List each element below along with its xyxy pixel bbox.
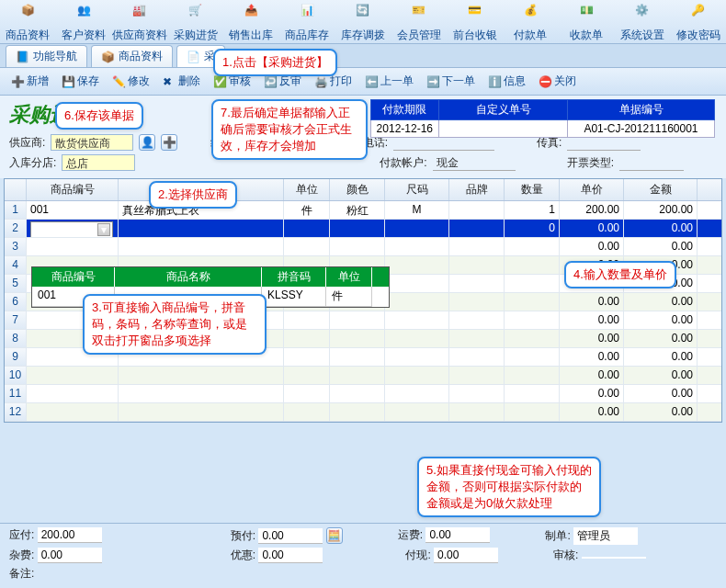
callout-4: 4.输入数量及单价 — [564, 261, 676, 288]
callout-2: 2.选择供应商 — [149, 181, 237, 209]
col-code[interactable]: 商品编号 — [27, 179, 119, 200]
table-row[interactable]: 30.000.00 — [5, 238, 721, 256]
toolbar: ➕新增 💾保存 ✏️修改 ✖删除 ✅审核 ↩️反审 🖨️打印 ⬅️上一单 ➡️下… — [0, 68, 726, 96]
table-row[interactable]: 1001真丝希腊式上衣件粉红M1200.00200.00 — [5, 201, 721, 220]
table-row[interactable]: 120.000.00 — [5, 403, 721, 422]
tab-label: 商品资料 — [119, 49, 163, 64]
col-paylimit: 付款期限 — [370, 100, 438, 120]
menu-icon: 📦 — [17, 4, 39, 26]
header-fields: 付款期限 自定义单号 单据编号 2012-12-16 A01-CJ-201211… — [370, 99, 715, 138]
dd-col-code: 商品编号 — [32, 267, 115, 287]
right-icon: ➡️ — [426, 75, 439, 88]
delete-button[interactable]: ✖删除 — [157, 72, 206, 91]
menu-icon: ⚙️ — [631, 4, 653, 26]
main-menu: 📦商品资料👥客户资料🏭供应商资料🛒采购进货📤销售出库📊商品库存🔄库存调拨🎫会员管… — [0, 0, 726, 44]
col-color[interactable]: 颜色 — [330, 179, 385, 200]
menu-label: 客户资料 — [62, 28, 106, 41]
callout-3: 3.可直接输入商品编号，拼音码，条码，名称等查询，或是双击打开窗品多项选择 — [83, 294, 267, 355]
menu-label: 前台收银 — [453, 28, 497, 41]
due-value[interactable]: 200.00 — [38, 527, 102, 543]
paid-value[interactable]: 0.00 — [434, 548, 498, 563]
freight-label: 运费: — [398, 528, 423, 541]
menu-12[interactable]: 🔑修改密码 — [670, 0, 726, 43]
dd-col-name: 商品名称 — [115, 267, 262, 287]
menu-9[interactable]: 💰付款单 — [503, 0, 559, 43]
invtype-label: 开票类型: — [567, 155, 614, 171]
menu-label: 系统设置 — [620, 28, 664, 41]
callout-7: 7.最后确定单据都输入正确后需要审核才会正式生效，库存才会增加 — [211, 99, 368, 160]
dd-col-py: 拼音码 — [262, 267, 326, 287]
callout-1: 1.点击【采购进货】 — [213, 49, 337, 76]
supplier-picker[interactable]: 👤 — [139, 134, 155, 151]
disc-label: 优惠: — [231, 548, 255, 561]
grid-header: 商品编号 名称 单位 颜色 尺码 品牌 数量 单价 金额 — [5, 179, 721, 201]
menu-icon: 🔄 — [352, 4, 374, 26]
menu-4[interactable]: 📤销售出库 — [223, 0, 279, 43]
menu-label: 付款单 — [514, 28, 547, 41]
save-button[interactable]: 💾保存 — [56, 72, 105, 91]
info-icon: ℹ️ — [488, 75, 501, 88]
menu-10[interactable]: 💵收款单 — [559, 0, 615, 43]
branch-input[interactable]: 总店 — [62, 154, 135, 171]
prepay-value[interactable]: 0.00 — [258, 528, 323, 544]
col-price[interactable]: 单价 — [560, 179, 624, 200]
freight-value[interactable]: 0.00 — [425, 527, 490, 543]
menu-icon: 🏭 — [129, 4, 151, 26]
next-button[interactable]: ➡️下一单 — [421, 72, 481, 91]
val-billno[interactable]: A01-CJ-201211160001 — [568, 120, 715, 138]
unaudit-icon: ↩️ — [264, 75, 277, 88]
due-label: 应付: — [9, 528, 34, 541]
menu-5[interactable]: 📊商品库存 — [279, 0, 335, 43]
menu-11[interactable]: ⚙️系统设置 — [614, 0, 670, 43]
col-unit[interactable]: 单位 — [284, 179, 330, 200]
tab-nav[interactable]: 📘 功能导航 — [6, 45, 87, 67]
new-button[interactable]: ➕新增 — [6, 72, 54, 91]
save-icon: 💾 — [62, 75, 74, 88]
menu-icon: 👥 — [73, 4, 95, 26]
menu-6[interactable]: 🔄库存调拨 — [335, 0, 391, 43]
menu-icon: 💰 — [519, 4, 541, 26]
menu-label: 库存调拨 — [341, 28, 385, 41]
table-row[interactable]: 110.000.00 — [5, 385, 721, 403]
misc-value[interactable]: 0.00 — [38, 548, 102, 563]
col-qty[interactable]: 数量 — [505, 179, 560, 200]
footer: 应付: 200.00 预付: 0.00 🧮 运费: 0.00 制单: 管理员 杂… — [0, 523, 726, 588]
menu-2[interactable]: 🏭供应商资料 — [112, 0, 168, 43]
close-icon: ⛔ — [539, 75, 551, 88]
chevron-down-icon[interactable]: ▾ — [97, 223, 110, 236]
edit-button[interactable]: ✏️修改 — [107, 72, 155, 91]
supplier-add[interactable]: ➕ — [161, 134, 177, 151]
prev-button[interactable]: ⬅️上一单 — [359, 72, 419, 91]
menu-3[interactable]: 🛒采购进货 — [167, 0, 223, 43]
remark-label: 备注: — [9, 566, 34, 582]
callout-5: 5.如果直接付现金可输入付现的金额，否则可根据实际付款的金额或是为0做欠款处理 — [417, 457, 601, 517]
calc-button[interactable]: 🧮 — [326, 527, 343, 544]
tab-bar: 📘 功能导航 📦 商品资料 📄 采 — [0, 44, 726, 68]
tab-goods[interactable]: 📦 商品资料 — [91, 45, 173, 67]
val-custom[interactable] — [439, 120, 568, 138]
edit-icon: ✏️ — [112, 75, 125, 88]
menu-1[interactable]: 👥客户资料 — [56, 0, 112, 43]
menu-icon: 📤 — [240, 4, 262, 26]
menu-8[interactable]: 💳前台收银 — [447, 0, 503, 43]
menu-0[interactable]: 📦商品资料 — [0, 0, 56, 43]
menu-7[interactable]: 🎫会员管理 — [391, 0, 447, 43]
prepay-label: 预付: — [231, 529, 255, 542]
audit-icon: ✅ — [213, 75, 226, 88]
close-button[interactable]: ⛔关闭 — [533, 72, 582, 91]
col-brand[interactable]: 品牌 — [449, 179, 505, 200]
val-paylimit[interactable]: 2012-12-16 — [370, 120, 438, 138]
table-row[interactable]: 2▾00.000.00 — [5, 220, 721, 238]
supplier-input[interactable]: 散货供应商 — [51, 134, 133, 151]
disc-value[interactable]: 0.00 — [258, 548, 323, 563]
payacct-input[interactable]: 现金 — [433, 154, 516, 171]
invtype-input[interactable] — [619, 154, 684, 171]
col-size[interactable]: 尺码 — [385, 179, 449, 200]
menu-icon: 💵 — [575, 4, 597, 26]
info-button[interactable]: ℹ️信息 — [482, 72, 531, 91]
branch-label: 入库分店: — [9, 155, 56, 171]
menu-icon: 📊 — [296, 4, 318, 26]
menu-label: 采购进货 — [174, 28, 218, 41]
table-row[interactable]: 100.000.00 — [5, 367, 721, 385]
col-amount[interactable]: 金额 — [624, 179, 698, 200]
